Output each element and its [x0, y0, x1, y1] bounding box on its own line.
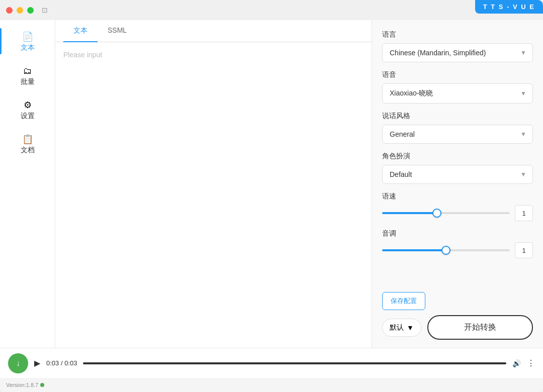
version-status-dot [40, 383, 44, 387]
text-icon: 📄 [22, 32, 33, 41]
voice-group: 语音 Xiaoxiao-晓晓 ▼ [382, 70, 533, 104]
language-chevron-icon: ▼ [514, 49, 532, 56]
app-badge: T T S - V U E [475, 0, 543, 14]
voice-value: Xiaoxiao-晓晓 [383, 84, 514, 103]
sidebar-label-docs: 文档 [21, 146, 35, 155]
speed-label: 语速 [382, 192, 533, 201]
convert-row: 默认 ▼ 开始转换 [382, 315, 533, 340]
speed-slider-fill [382, 212, 437, 214]
role-value: Default [383, 165, 514, 183]
speed-group: 语速 1 [382, 192, 533, 221]
voice-chevron-icon: ▼ [514, 90, 532, 97]
play-button[interactable]: ▶ [34, 358, 40, 368]
role-chevron-icon: ▼ [514, 171, 532, 178]
style-group: 说话风格 General ▼ [382, 112, 533, 144]
docs-icon: 📋 [22, 135, 33, 144]
monitor-icon: ⊡ [42, 6, 48, 14]
titlebar: ⊡ T T S - V U E [0, 0, 543, 20]
style-chevron-icon: ▼ [514, 131, 532, 138]
sidebar-label-batch: 批量 [21, 77, 35, 86]
style-value: General [383, 125, 514, 143]
sidebar-item-docs[interactable]: 📋 文档 [0, 127, 55, 161]
speed-slider-track[interactable] [382, 212, 510, 214]
player-bar: ↓ ▶ 0:03 / 0:03 🔊 ⋮ [0, 348, 543, 378]
default-chevron-icon: ▼ [407, 324, 414, 332]
style-select[interactable]: General ▼ [382, 125, 533, 144]
editor-placeholder: Please input [63, 51, 102, 59]
pitch-group: 音调 1 [382, 229, 533, 258]
default-label: 默认 [390, 323, 404, 332]
minimize-button[interactable] [17, 7, 23, 14]
pitch-slider-row: 1 [382, 242, 533, 258]
tab-text[interactable]: 文本 [63, 20, 98, 42]
pitch-value: 1 [515, 242, 533, 258]
maximize-button[interactable] [27, 7, 34, 14]
download-button[interactable]: ↓ [8, 353, 28, 373]
content-area: 文本 SSML Please input [55, 20, 372, 348]
right-panel: 语言 Chinese (Mandarin, Simplified) ▼ 语音 X… [372, 20, 543, 348]
role-group: 角色扮演 Default ▼ [382, 152, 533, 184]
pitch-slider-fill [382, 249, 446, 251]
convert-button[interactable]: 开始转换 [427, 315, 533, 340]
sidebar-label-settings: 设置 [21, 112, 35, 121]
time-display: 0:03 / 0:03 [46, 359, 77, 367]
role-label: 角色扮演 [382, 152, 533, 161]
progress-bar[interactable] [83, 362, 506, 364]
editor-area[interactable]: Please input [55, 42, 372, 348]
sidebar: 📄 文本 🗂 批量 ⚙ 设置 📋 文档 [0, 20, 55, 348]
language-label: 语言 [382, 30, 533, 39]
role-select[interactable]: Default ▼ [382, 165, 533, 184]
close-button[interactable] [6, 7, 13, 14]
style-label: 说话风格 [382, 112, 533, 121]
volume-icon[interactable]: 🔊 [512, 359, 521, 367]
sidebar-label-text: 文本 [21, 43, 35, 52]
sidebar-item-text[interactable]: 📄 文本 [0, 24, 55, 58]
save-config-button[interactable]: 保存配置 [382, 292, 425, 310]
download-icon: ↓ [16, 359, 20, 368]
sidebar-item-batch[interactable]: 🗂 批量 [0, 58, 55, 92]
voice-label: 语音 [382, 70, 533, 79]
pitch-slider-thumb[interactable] [441, 246, 450, 255]
version-bar: Version:1.8.7 [0, 378, 543, 392]
language-select[interactable]: Chinese (Mandarin, Simplified) ▼ [382, 43, 533, 62]
tab-ssml[interactable]: SSML [98, 20, 137, 42]
tab-bar: 文本 SSML [55, 20, 372, 42]
pitch-label: 音调 [382, 229, 533, 238]
speed-slider-row: 1 [382, 205, 533, 221]
bottom-actions: 保存配置 默认 ▼ 开始转换 [382, 292, 533, 340]
more-options-icon[interactable]: ⋮ [527, 358, 535, 368]
pitch-slider-track[interactable] [382, 249, 510, 251]
batch-icon: 🗂 [23, 66, 32, 75]
speed-value: 1 [515, 205, 533, 221]
version-text: Version:1.8.7 [6, 382, 38, 388]
traffic-lights [6, 7, 34, 14]
default-dropdown[interactable]: 默认 ▼ [382, 319, 421, 337]
voice-select[interactable]: Xiaoxiao-晓晓 ▼ [382, 83, 533, 104]
language-group: 语言 Chinese (Mandarin, Simplified) ▼ [382, 30, 533, 62]
speed-slider-thumb[interactable] [432, 209, 441, 218]
sidebar-item-settings[interactable]: ⚙ 设置 [0, 92, 55, 127]
settings-icon: ⚙ [24, 101, 32, 110]
language-value: Chinese (Mandarin, Simplified) [383, 44, 514, 62]
